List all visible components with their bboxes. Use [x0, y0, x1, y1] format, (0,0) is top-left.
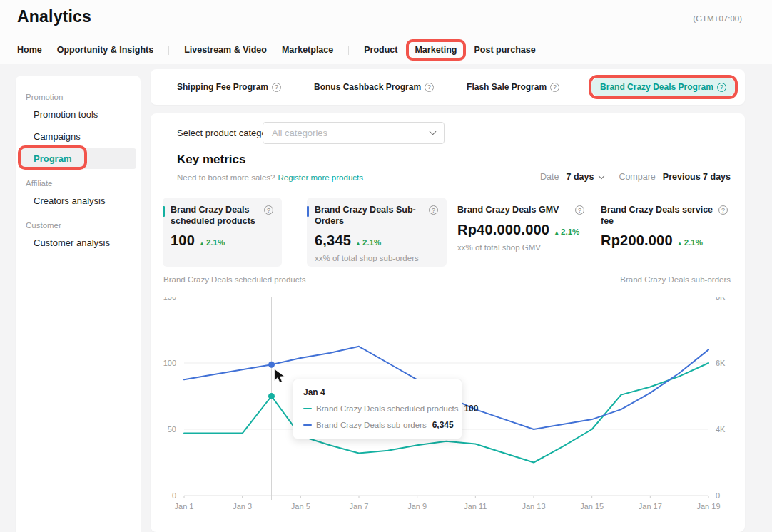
- tooltip-date: Jan 4: [303, 387, 452, 397]
- metric-delta: ▲2.1%: [554, 227, 579, 236]
- nav-item-marketing[interactable]: Marketing: [415, 45, 457, 55]
- help-icon[interactable]: ?: [550, 83, 559, 92]
- x-axis-tick: Jan 7: [350, 502, 369, 511]
- tab-label: Flash Sale Program: [467, 82, 547, 92]
- hover-dot-brand-crazy-deals-sub-orders: [268, 362, 275, 368]
- metric-value-row: Rp40.000.000▲2.1%: [457, 222, 584, 238]
- tooltip-rows: Brand Crazy Deals scheduled products100B…: [303, 404, 452, 430]
- metric-card-brand-crazy-deals-scheduled-products: Brand Crazy Deals scheduled products?100…: [163, 198, 282, 267]
- help-icon[interactable]: ?: [272, 83, 281, 92]
- x-axis-tick: Jan 5: [291, 502, 310, 511]
- key-metrics-subtitle: Need to boost more sales?Register more p…: [177, 173, 363, 182]
- sidebar-section-promotion: Promotion: [26, 93, 141, 101]
- nav-separator: [168, 46, 169, 55]
- metric-delta-value: 2.1%: [206, 238, 225, 247]
- tab-brand-crazy-deals-program[interactable]: Brand Crazy Deals Program?: [591, 78, 735, 96]
- left-axis-tick: 150: [163, 297, 176, 301]
- x-axis-tick: Jan 11: [464, 502, 487, 511]
- tooltip-series-name: Brand Crazy Deals scheduled products: [316, 404, 458, 413]
- help-icon[interactable]: ?: [718, 205, 728, 215]
- tooltip-series-name: Brand Crazy Deals sub-orders: [316, 421, 427, 429]
- sidebar-item-label: Creators analysis: [34, 195, 105, 206]
- x-axis-tick: Jan 17: [639, 502, 662, 511]
- metric-card-brand-crazy-deals-service-fee: Brand Crazy Deals service fee?Rp200.000▲…: [601, 198, 736, 267]
- date-label: Date: [540, 172, 559, 182]
- help-icon[interactable]: ?: [717, 83, 726, 92]
- register-products-link[interactable]: Register more products: [278, 173, 363, 182]
- metric-card-header: Brand Crazy Deals Sub-Orders?: [315, 205, 438, 227]
- metric-value: 100: [171, 232, 195, 249]
- help-icon[interactable]: ?: [264, 205, 273, 215]
- sidebar-item-label: Customer analysis: [34, 237, 110, 248]
- boost-sales-text: Need to boost more sales?: [177, 173, 275, 182]
- help-icon[interactable]: ?: [429, 205, 438, 215]
- sidebar-item-label: Program: [34, 153, 71, 164]
- up-arrow-icon: ▲: [199, 240, 205, 247]
- sidebar-item-customer-analysis[interactable]: Customer analysis: [20, 232, 136, 253]
- sidebar-item-campaigns[interactable]: Campaigns: [20, 126, 136, 147]
- metric-value: 6,345: [315, 232, 351, 249]
- metric-card-brand-crazy-deals-gmv: Brand Crazy Deals GMV?Rp40.000.000▲2.1%x…: [457, 198, 593, 267]
- timezone-label: (GTM+07:00): [693, 14, 742, 23]
- x-axis-tick: Jan 3: [233, 502, 252, 511]
- right-axis-tick: 6K: [716, 359, 726, 367]
- tab-flash-sale-program[interactable]: Flash Sale Program?: [467, 82, 559, 92]
- up-arrow-icon: ▲: [554, 230, 559, 236]
- metric-value-row: Rp200.000▲2.1%: [601, 232, 728, 249]
- tooltip-series-value: 100: [464, 404, 478, 414]
- metric-card-header: Brand Crazy Deals scheduled products?: [171, 205, 273, 227]
- metric-card-header: Brand Crazy Deals service fee?: [601, 205, 728, 227]
- nav-item-opportunity-insights[interactable]: Opportunity & Insights: [57, 45, 153, 55]
- series-marker: [303, 408, 312, 410]
- tab-label: Bonus Cashback Program: [314, 82, 421, 92]
- sidebar: PromotionPromotion toolsCampaignsProgram…: [16, 76, 141, 532]
- nav-item-post-purchase[interactable]: Post purchase: [474, 45, 536, 55]
- metric-card-title: Brand Crazy Deals GMV: [457, 205, 571, 216]
- up-arrow-icon: ▲: [355, 240, 361, 247]
- metric-note: xx% of total shop sub-orders: [315, 254, 438, 262]
- divider: [611, 172, 611, 182]
- left-axis-tick: 0: [172, 491, 176, 500]
- analytics-page: Analytics (GTM+07:00) HomeOpportunity & …: [0, 0, 772, 532]
- nav-item-home[interactable]: Home: [17, 45, 42, 55]
- date-range-value: 7 days: [566, 172, 594, 182]
- program-tabs-bar: Shipping Fee Program?Bonus Cashback Prog…: [151, 69, 745, 105]
- nav-item-livestream-video[interactable]: Livestream & Video: [184, 45, 267, 55]
- series-marker: [303, 424, 312, 426]
- category-select[interactable]: All categories: [263, 122, 445, 144]
- right-axis-tick: 0: [716, 491, 720, 500]
- sidebar-item-program[interactable]: Program: [20, 148, 136, 169]
- metric-card-header: Brand Crazy Deals GMV?: [457, 205, 584, 216]
- sidebar-item-label: Campaigns: [34, 131, 81, 142]
- date-range-dropdown[interactable]: 7 days: [566, 172, 604, 182]
- help-icon[interactable]: ?: [425, 83, 434, 92]
- chevron-down-icon: [599, 173, 604, 179]
- right-axis-tick: 8K: [716, 297, 726, 301]
- accent-bar: [163, 206, 165, 217]
- metric-delta-value: 2.1%: [684, 238, 703, 247]
- hover-dot-brand-crazy-deals-scheduled-products: [268, 393, 275, 399]
- sidebar-item-label: Promotion tools: [34, 109, 98, 120]
- help-icon[interactable]: ?: [575, 205, 584, 215]
- nav-separator: [348, 46, 349, 55]
- sidebar-item-promotion-tools[interactable]: Promotion tools: [20, 104, 136, 125]
- compare-label: Compare: [619, 172, 655, 182]
- tooltip-series-value: 6,345: [432, 420, 454, 430]
- metric-delta-value: 2.1%: [362, 238, 381, 247]
- tooltip-row-brand-crazy-deals-scheduled-products: Brand Crazy Deals scheduled products100: [303, 404, 452, 414]
- x-axis-tick: Jan 13: [522, 502, 545, 511]
- tab-shipping-fee-program[interactable]: Shipping Fee Program?: [177, 82, 281, 92]
- metric-value: Rp200.000: [601, 232, 673, 249]
- nav-item-product[interactable]: Product: [364, 45, 397, 55]
- sidebar-section-affiliate: Affiliate: [26, 179, 141, 188]
- right-axis-tick: 4K: [716, 425, 726, 434]
- up-arrow-icon: ▲: [677, 240, 683, 247]
- nav-item-marketplace[interactable]: Marketplace: [282, 45, 333, 55]
- metric-card-brand-crazy-deals-sub-orders: Brand Crazy Deals Sub-Orders?6,345▲2.1%x…: [307, 198, 447, 267]
- tab-bonus-cashback-program[interactable]: Bonus Cashback Program?: [314, 82, 434, 92]
- left-axis-tick: 50: [168, 425, 176, 434]
- x-axis-tick: Jan 19: [696, 502, 720, 511]
- compare-value[interactable]: Previous 7 days: [663, 172, 731, 182]
- sidebar-item-creators-analysis[interactable]: Creators analysis: [20, 190, 136, 211]
- metric-delta: ▲2.1%: [355, 238, 381, 247]
